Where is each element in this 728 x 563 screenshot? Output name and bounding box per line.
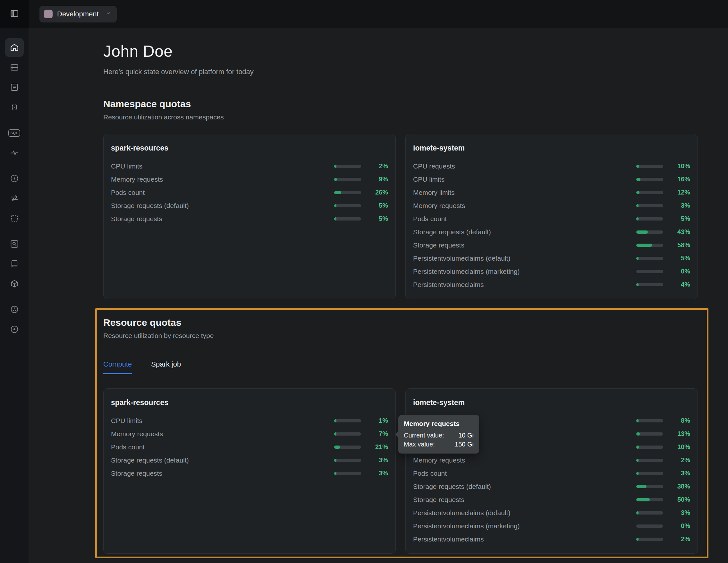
sidebar-item-home[interactable]: [5, 38, 24, 57]
quota-percent: 2%: [669, 535, 690, 543]
progress-bar-track: [636, 498, 663, 501]
quota-percent: 21%: [367, 443, 388, 451]
quota-label: Memory requests: [111, 175, 334, 183]
progress-bar-fill: [334, 204, 336, 207]
code-parentheses-icon: [10, 102, 19, 112]
sidebar-item-data-search[interactable]: [5, 234, 24, 253]
sidebar-item-list[interactable]: [5, 78, 24, 97]
card-title: spark-resources: [111, 398, 388, 407]
quota-row: Pods count26%: [111, 186, 388, 199]
server-icon: [10, 63, 19, 72]
quota-percent: 1%: [367, 417, 388, 424]
quota-percent: 3%: [367, 456, 388, 464]
cluster-nodes-icon: [10, 305, 19, 314]
quota-label: Storage requests: [111, 470, 334, 477]
quota-percent: 3%: [367, 470, 388, 477]
cube-icon: [10, 279, 19, 289]
quota-percent: 4%: [669, 281, 690, 288]
sidebar-item-storage[interactable]: [5, 58, 24, 77]
sql-icon: SQL: [8, 129, 20, 137]
sidebar-item-spark-jobs[interactable]: [5, 169, 24, 188]
topbar: Development: [29, 0, 728, 28]
sidebar-item-code[interactable]: [5, 98, 24, 116]
quota-label: CPU requests: [413, 162, 636, 170]
quota-label: Persistentvolumeclaims (marketing): [413, 522, 636, 530]
progress-bar-fill: [636, 217, 639, 220]
quota-percent: 7%: [367, 430, 388, 438]
quota-label: Persistentvolumeclaims (default): [413, 509, 636, 517]
quota-row: CPU limits2%: [111, 159, 388, 173]
quota-percent: 3%: [669, 202, 690, 209]
search-icon: [10, 239, 19, 249]
quota-label: Persistentvolumeclaims (marketing): [413, 268, 636, 275]
workspace-name: Development: [57, 10, 99, 18]
quota-card-spark-resources: spark-resourcesCPU limits1%Memory reques…: [103, 388, 396, 554]
card-title: iomete-system: [413, 398, 690, 407]
chevron-down-icon: [105, 10, 112, 18]
progress-bar-track: [636, 217, 663, 220]
quota-percent: 5%: [367, 202, 388, 209]
quota-label: Memory requests: [413, 456, 636, 464]
progress-bar-fill: [334, 472, 336, 475]
quota-label: Storage requests: [413, 241, 636, 249]
progress-bar-track: [636, 459, 663, 462]
transfer-arrows-icon: [10, 193, 19, 203]
sidebar-item-clusters[interactable]: [5, 300, 24, 319]
tab-compute[interactable]: Compute: [103, 360, 132, 374]
sidebar-item-namespaces[interactable]: [5, 209, 24, 227]
workspace-avatar: [44, 10, 53, 18]
sidebar-item-settings[interactable]: [5, 320, 24, 339]
quota-label: Storage requests (default): [111, 202, 334, 209]
quota-label: Persistentvolumeclaims: [413, 535, 636, 543]
progress-bar-track: [636, 485, 663, 488]
lightning-icon: [10, 174, 19, 183]
quota-row: Storage requests (default)38%: [413, 480, 690, 493]
quota-row: CPU requests10%: [413, 159, 690, 173]
progress-bar-fill: [636, 204, 639, 207]
progress-bar-track: [636, 446, 663, 449]
quota-percent: 3%: [669, 470, 690, 477]
quota-row: Pods count5%: [413, 212, 690, 225]
namespace-quotas-cards: spark-resourcesCPU limits2%Memory reques…: [103, 134, 728, 299]
quota-label: Persistentvolumeclaims: [413, 281, 636, 289]
quota-row: Memory requests2%: [413, 454, 690, 467]
sidebar-item-data-transfer[interactable]: [5, 189, 24, 208]
sidebar-item-sql-editor[interactable]: SQL: [5, 124, 24, 142]
progress-bar-track: [334, 217, 361, 220]
quota-label: Persistentvolumeclaims (default): [413, 254, 636, 262]
quota-label: Pods count: [413, 215, 636, 223]
tooltip-current-label: Current value:: [404, 431, 444, 440]
main-content: John Doe Here's quick state overview of …: [29, 28, 728, 563]
sidebar-toggle-button[interactable]: [0, 0, 29, 28]
progress-bar-fill: [636, 419, 639, 422]
quota-label: Storage requests: [111, 215, 334, 223]
progress-bar-track: [334, 459, 361, 462]
tooltip-memory-requests: Memory requests Current value: 10 Gi Max…: [398, 415, 479, 454]
workspace-selector[interactable]: Development: [39, 6, 117, 22]
activity-pulse-icon: [10, 148, 19, 158]
progress-bar-track: [636, 283, 663, 286]
quota-label: CPU limits: [413, 175, 636, 183]
quota-row: Storage requests (default)3%: [111, 454, 388, 467]
quota-percent: 10%: [669, 443, 690, 451]
quota-percent: 13%: [669, 430, 690, 438]
quota-row: Persistentvolumeclaims2%: [413, 533, 690, 546]
tab-spark-job[interactable]: Spark job: [151, 360, 181, 374]
section-title-resource-quotas: Resource quotas: [103, 317, 728, 328]
sidebar-item-packages[interactable]: [5, 274, 24, 293]
progress-bar-fill: [334, 178, 337, 181]
sidebar-item-notebook[interactable]: [5, 254, 24, 273]
quota-percent: 2%: [367, 162, 388, 170]
progress-bar-fill: [334, 446, 340, 449]
progress-bar-track: [636, 511, 663, 515]
progress-bar-track: [636, 178, 663, 181]
progress-bar-fill: [334, 191, 341, 194]
quota-row: Pods count21%: [111, 440, 388, 454]
progress-bar-track: [334, 178, 361, 181]
quota-percent: 26%: [367, 189, 388, 196]
progress-bar-track: [636, 257, 663, 260]
sidebar-item-monitoring[interactable]: [5, 143, 24, 162]
progress-bar-fill: [636, 191, 639, 194]
quota-label: Pods count: [111, 443, 334, 451]
list-icon: [10, 82, 19, 92]
